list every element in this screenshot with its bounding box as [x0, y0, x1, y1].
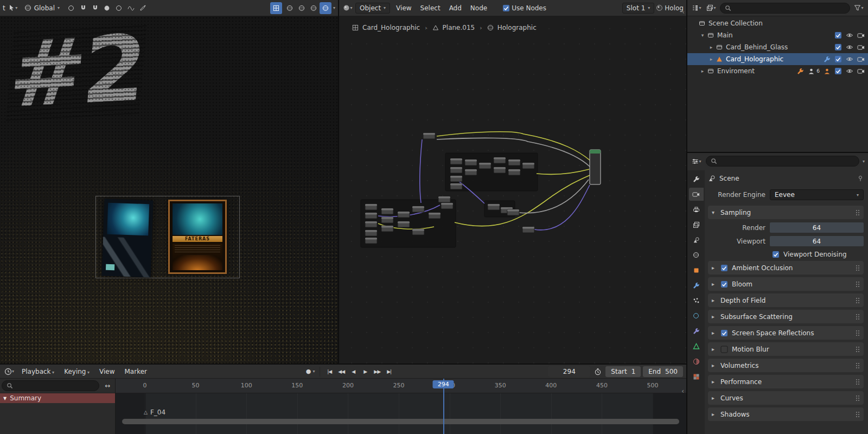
shader-node-header[interactable] [365, 221, 377, 224]
shading-solid-button[interactable] [296, 2, 308, 14]
editor-type-dropdown[interactable]: ▾ [3, 366, 15, 378]
checkbox-unchecked[interactable] [720, 346, 728, 353]
snap-magnet[interactable] [77, 2, 89, 14]
prev-keyframe-button[interactable]: ◀◀ [336, 366, 347, 377]
checkbox-checked[interactable] [720, 280, 728, 288]
properties-tab-object[interactable] [689, 264, 704, 277]
start-frame-field[interactable]: Start1 [605, 366, 641, 377]
shader-node-header[interactable] [450, 158, 462, 161]
cam-icon[interactable] [857, 43, 865, 51]
shader-node-header[interactable] [365, 213, 377, 215]
outliner-row[interactable]: ▸Card_Holographic [687, 53, 868, 65]
node-graph[interactable] [339, 16, 686, 363]
person-orange-icon[interactable] [824, 68, 831, 75]
shader-node-header[interactable] [365, 238, 377, 240]
shader-node-header[interactable] [522, 163, 534, 165]
stopwatch-icon[interactable] [594, 368, 602, 375]
outliner-row[interactable]: ▸Card_Behind_Glass [687, 41, 868, 53]
properties-search-input[interactable] [706, 156, 859, 167]
shader-node-header[interactable] [450, 176, 462, 178]
auto-keying-toggle[interactable]: ●▾ [305, 366, 316, 377]
card-object-right[interactable]: FATERAS [168, 200, 227, 274]
properties-tab-tool[interactable] [689, 173, 704, 186]
properties-tab-render[interactable] [689, 188, 704, 201]
channel-summary[interactable]: ▼ Summary [0, 393, 115, 403]
properties-tab-view_layer[interactable] [689, 218, 704, 231]
properties-tab-constraints[interactable] [689, 324, 704, 337]
panel-curves[interactable]: ▸Curves [708, 391, 864, 405]
falloff-wave[interactable] [125, 2, 137, 14]
disclosure-right-icon[interactable]: ▸ [712, 346, 717, 352]
use-nodes-checkbox[interactable] [502, 4, 510, 12]
region-collapse-icon[interactable]: ‹ [681, 387, 684, 395]
proportional-falloff[interactable] [113, 2, 125, 14]
channel-search-input[interactable] [2, 380, 99, 391]
panel-bloom[interactable]: ▸Bloom [708, 277, 864, 291]
shading-dropdown-caret[interactable]: ▾ [333, 5, 335, 10]
disclosure-right-icon[interactable]: ▸ [712, 362, 717, 368]
material-output-node[interactable] [590, 150, 601, 184]
material-output-header[interactable] [590, 150, 601, 154]
cam-icon[interactable] [857, 67, 865, 75]
menu-node[interactable]: Node [466, 3, 492, 14]
wrench-blue-icon[interactable] [824, 56, 831, 63]
checkbox-checked[interactable] [720, 264, 728, 272]
shader-node-header[interactable] [398, 221, 410, 224]
shader-node-header[interactable] [465, 159, 477, 162]
shader-node-header[interactable] [441, 203, 453, 205]
shader-node-header[interactable] [429, 213, 441, 215]
breadcrumb-item[interactable]: Holographic [497, 24, 537, 31]
shader-node-header[interactable] [488, 204, 500, 206]
shader-node-header[interactable] [398, 212, 410, 214]
shader-node-header[interactable] [522, 227, 534, 229]
outliner-search-input[interactable] [720, 3, 850, 14]
disclosure-right-icon[interactable]: ▸ [712, 379, 717, 385]
outliner-row[interactable]: ▾Main [687, 29, 868, 41]
panel-depth-of-field[interactable]: ▸Depth of Field [708, 293, 864, 307]
shader-node-header[interactable] [494, 167, 506, 169]
editor-type-dropdown[interactable]: ▾ [691, 2, 703, 14]
mode-dropdown-clipped[interactable]: t [3, 4, 5, 12]
number-field[interactable]: 64 [770, 222, 864, 233]
menu-view[interactable]: View [392, 3, 416, 14]
disclosure-right-icon[interactable]: ▸ [699, 68, 706, 74]
person-badge-icon[interactable] [808, 68, 815, 75]
expand-channels-button[interactable]: ↔ [101, 380, 113, 392]
shader-node-header[interactable] [365, 230, 377, 232]
editor-type-dropdown[interactable]: ▾ [691, 155, 703, 167]
disclosure-down-icon[interactable]: ▼ [3, 396, 7, 401]
properties-tab-texture[interactable] [689, 370, 704, 383]
properties-tab-data[interactable] [689, 340, 704, 353]
eye-icon[interactable] [846, 43, 853, 51]
card-object-left[interactable] [102, 199, 154, 277]
shading-rendered-button[interactable] [320, 2, 331, 14]
header-menu-caret[interactable]: ▾ [863, 159, 865, 164]
panel-sampling[interactable]: ▾ Sampling [708, 206, 864, 219]
eye-icon[interactable] [846, 67, 853, 75]
cam-icon[interactable] [857, 55, 865, 63]
shader-node-header[interactable] [438, 196, 450, 199]
shading-material-button[interactable] [308, 2, 320, 14]
cam-icon[interactable] [857, 31, 865, 39]
shader-node-header[interactable] [465, 169, 477, 171]
shader-node-header[interactable] [507, 209, 519, 212]
filter-dropdown[interactable]: ▾ [853, 2, 865, 14]
slot-dropdown[interactable]: Slot 1▾ [622, 3, 654, 14]
breadcrumb-item[interactable]: Plane.015 [443, 24, 475, 31]
transform-orientation-dropdown[interactable]: Global▾ [21, 3, 63, 13]
shader-node-header[interactable] [450, 167, 462, 169]
shader-node-header[interactable] [494, 157, 506, 159]
shader-node-header[interactable] [479, 163, 491, 165]
disclosure-right-icon[interactable]: ▸ [712, 411, 717, 417]
disclosure-right-icon[interactable]: ▸ [712, 297, 717, 303]
jump-to-end-button[interactable]: ▶| [384, 366, 394, 377]
panel-subsurface-scattering[interactable]: ▸Subsurface Scattering [708, 310, 864, 323]
viewport-canvas[interactable]: #2 FATERAS [0, 16, 338, 363]
disclosure-right-icon[interactable]: ▸ [712, 395, 717, 401]
panel-shadows[interactable]: ▸Shadows [708, 407, 864, 421]
editor-type-dropdown[interactable]: ▾ [342, 2, 354, 14]
shader-node-header[interactable] [381, 208, 393, 210]
shader-mode-dropdown[interactable]: Object▾ [355, 3, 390, 14]
disclosure-right-icon[interactable]: ▸ [712, 265, 717, 271]
wrench-orange-icon[interactable] [797, 68, 804, 75]
